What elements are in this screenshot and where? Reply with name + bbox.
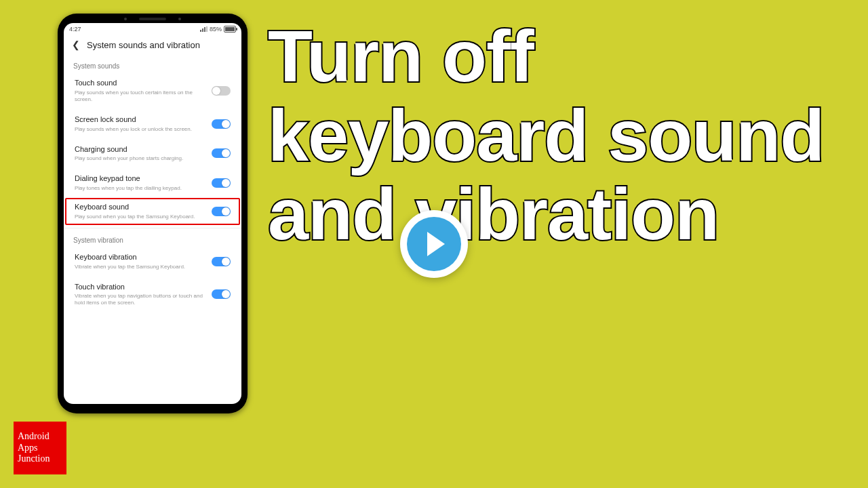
row-sub: Vibrate when you tap the Samsung Keyboar… xyxy=(75,264,205,270)
logo-line2: Apps xyxy=(18,443,66,454)
phone-frame: 4:27 85% ❮ System sounds and vibration S… xyxy=(58,14,248,413)
phone-screen: 4:27 85% ❮ System sounds and vibration S… xyxy=(64,23,241,404)
row-sub: Play tones when you tap the dialling key… xyxy=(75,185,205,192)
status-bar: 4:27 85% xyxy=(64,23,241,34)
row-title: Keyboard sound xyxy=(75,203,205,212)
row-sub: Play sounds when you lock or unlock the … xyxy=(75,126,205,133)
play-button-inner xyxy=(407,217,461,271)
divider xyxy=(64,228,241,228)
status-right: 85% xyxy=(200,26,236,33)
page-header: ❮ System sounds and vibration xyxy=(64,34,241,57)
row-keyboard-sound[interactable]: Keyboard sound Play sound when you tap t… xyxy=(65,198,240,225)
row-screen-lock-sound[interactable]: Screen lock sound Play sounds when you l… xyxy=(64,109,241,139)
row-sub: Play sound when your phone starts chargi… xyxy=(75,155,205,162)
row-title: Screen lock sound xyxy=(75,115,205,125)
toggle-keyboard-vibration[interactable] xyxy=(212,257,231,266)
play-button[interactable] xyxy=(400,210,468,278)
toggle-touch-sound[interactable] xyxy=(212,86,231,96)
video-thumbnail: 4:27 85% ❮ System sounds and vibration S… xyxy=(0,0,868,488)
row-title: Dialing keypad tone xyxy=(75,174,205,184)
row-sub: Play sounds when you touch certain items… xyxy=(75,89,205,103)
row-sub: Play sound when you tap the Samsung Keyb… xyxy=(75,214,205,220)
row-touch-sound[interactable]: Touch sound Play sounds when you touch c… xyxy=(64,73,241,109)
play-icon xyxy=(427,232,445,256)
toggle-charging-sound[interactable] xyxy=(212,148,231,158)
logo-line1: Android xyxy=(18,431,66,443)
channel-logo[interactable]: Android Apps Junction xyxy=(14,422,66,474)
row-title: Charging sound xyxy=(75,145,205,155)
row-keyboard-vibration[interactable]: Keyboard vibration Vibrate when you tap … xyxy=(64,247,241,277)
row-charging-sound[interactable]: Charging sound Play sound when your phon… xyxy=(64,139,241,169)
row-dialing-keypad-tone[interactable]: Dialing keypad tone Play tones when you … xyxy=(64,168,241,198)
section-label-system-sounds: System sounds xyxy=(64,57,241,73)
toggle-touch-vibration[interactable] xyxy=(212,289,231,299)
logo-line3: Junction xyxy=(18,453,66,465)
row-title: Touch vibration xyxy=(75,283,205,292)
row-sub: Vibrate when you tap navigation buttons … xyxy=(75,293,205,306)
page-title: System sounds and vibration xyxy=(87,40,200,50)
toggle-dialing-keypad-tone[interactable] xyxy=(212,178,231,188)
signal-icon xyxy=(200,26,208,32)
battery-pct: 85% xyxy=(210,26,222,33)
row-touch-vibration[interactable]: Touch vibration Vibrate when you tap nav… xyxy=(64,277,241,313)
toggle-screen-lock-sound[interactable] xyxy=(212,119,231,129)
section-label-system-vibration: System vibration xyxy=(64,231,241,247)
headline-text: Turn off keyboard sound and vibration xyxy=(268,17,848,254)
phone-notch xyxy=(112,16,193,22)
back-icon[interactable]: ❮ xyxy=(72,39,80,50)
battery-icon xyxy=(224,26,236,33)
row-title: Touch sound xyxy=(75,79,205,88)
row-title: Keyboard vibration xyxy=(75,253,205,262)
toggle-keyboard-sound[interactable] xyxy=(212,207,231,216)
status-time: 4:27 xyxy=(69,26,81,33)
